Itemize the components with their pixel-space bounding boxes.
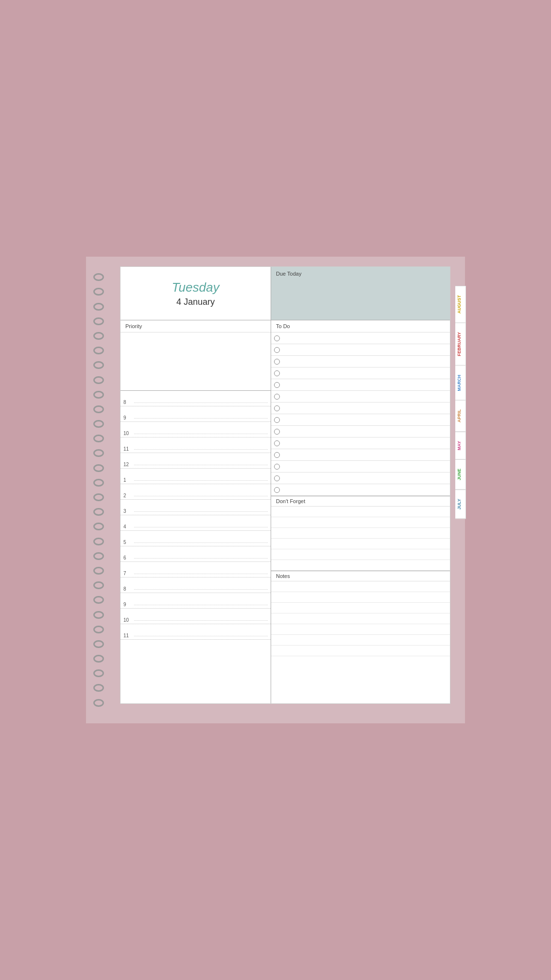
- day-date: 4 January: [176, 297, 215, 307]
- time-slot-11am[interactable]: 11: [121, 438, 271, 453]
- todo-checkbox-14[interactable]: [274, 487, 280, 493]
- tab-august[interactable]: AUGUST: [455, 286, 466, 323]
- todo-item-13[interactable]: [271, 472, 450, 484]
- dont-forget-line-4[interactable]: [271, 539, 450, 549]
- content-row: Priority 8 9 10 11: [121, 320, 450, 703]
- priority-area[interactable]: [121, 332, 271, 391]
- todo-checkbox-4[interactable]: [274, 370, 280, 376]
- time-label-11pm: 11: [123, 633, 132, 638]
- tab-june[interactable]: JUNE: [455, 459, 466, 490]
- time-slot-4pm[interactable]: 4: [121, 515, 271, 531]
- todo-checkbox-13[interactable]: [274, 475, 280, 481]
- todo-item-1[interactable]: [271, 332, 450, 344]
- time-slot-6pm[interactable]: 6: [121, 546, 271, 562]
- dont-forget-line-1[interactable]: [271, 507, 450, 517]
- notes-line-1[interactable]: [271, 581, 450, 592]
- planner-page: Tuesday 4 January Due Today Priority 8: [120, 266, 450, 704]
- time-slot-9pm[interactable]: 9: [121, 593, 271, 609]
- tab-april[interactable]: APRIL: [455, 400, 466, 432]
- todo-checkbox-6[interactable]: [274, 394, 280, 400]
- time-slot-10pm[interactable]: 10: [121, 609, 271, 624]
- page-background: AUGUST FEBRUARY MARCH APRIL MAY JUNE JUL…: [86, 257, 465, 723]
- time-slot-12pm[interactable]: 12: [121, 453, 271, 469]
- month-tabs: AUGUST FEBRUARY MARCH APRIL MAY JUNE JUL…: [455, 286, 466, 519]
- notes-line-4[interactable]: [271, 613, 450, 624]
- todo-item-2[interactable]: [271, 344, 450, 356]
- todo-checkbox-5[interactable]: [274, 382, 280, 388]
- time-label-9pm: 9: [123, 602, 132, 607]
- schedule-column: Priority 8 9 10 11: [121, 320, 271, 703]
- todo-item-9[interactable]: [271, 426, 450, 438]
- todo-checkbox-3[interactable]: [274, 359, 280, 365]
- todo-checkbox-9[interactable]: [274, 429, 280, 435]
- time-label-7pm: 7: [123, 571, 132, 576]
- notes-line-7[interactable]: [271, 646, 450, 656]
- tab-march[interactable]: MARCH: [455, 366, 466, 401]
- time-slot-11pm[interactable]: 11: [121, 624, 271, 640]
- todo-item-8[interactable]: [271, 414, 450, 426]
- time-slot-9am[interactable]: 9: [121, 406, 271, 422]
- todo-item-6[interactable]: [271, 391, 450, 402]
- date-header: Tuesday 4 January: [121, 267, 271, 320]
- due-today-label: Due Today: [276, 271, 445, 277]
- dont-forget-section: Don't Forget: [271, 496, 450, 571]
- time-label-10am: 10: [123, 431, 132, 436]
- time-slot-8am[interactable]: 8: [121, 391, 271, 406]
- dont-forget-line-2[interactable]: [271, 517, 450, 528]
- notes-line-2[interactable]: [271, 592, 450, 603]
- time-slot-3pm[interactable]: 3: [121, 500, 271, 515]
- notes-line-5[interactable]: [271, 624, 450, 635]
- priority-label: Priority: [121, 320, 271, 332]
- todo-item-10[interactable]: [271, 438, 450, 449]
- todo-column: To Do: [271, 320, 450, 703]
- time-slot-10am[interactable]: 10: [121, 422, 271, 438]
- dont-forget-line-6[interactable]: [271, 560, 450, 571]
- time-label-10pm: 10: [123, 618, 132, 623]
- time-slots: 8 9 10 11 12: [121, 391, 271, 703]
- spiral-binding: [90, 271, 107, 709]
- time-slot-2pm[interactable]: 2: [121, 484, 271, 500]
- time-label-4pm: 4: [123, 525, 132, 529]
- dont-forget-line-5[interactable]: [271, 549, 450, 560]
- todo-checkbox-2[interactable]: [274, 347, 280, 353]
- todo-item-4[interactable]: [271, 368, 450, 379]
- todo-item-11[interactable]: [271, 449, 450, 461]
- todo-item-14[interactable]: [271, 484, 450, 496]
- time-label-9am: 9: [123, 416, 132, 420]
- todo-item-12[interactable]: [271, 461, 450, 472]
- todo-checkbox-1[interactable]: [274, 335, 280, 341]
- day-name: Tuesday: [172, 280, 220, 295]
- time-label-12pm: 12: [123, 462, 132, 467]
- time-label-2pm: 2: [123, 493, 132, 498]
- due-today-section: Due Today: [271, 267, 450, 320]
- todo-checkbox-8[interactable]: [274, 417, 280, 423]
- dont-forget-label: Don't Forget: [271, 496, 450, 507]
- dont-forget-line-3[interactable]: [271, 528, 450, 539]
- time-slot-7pm[interactable]: 7: [121, 562, 271, 578]
- todo-item-5[interactable]: [271, 379, 450, 391]
- dont-forget-lines: [271, 507, 450, 571]
- header-row: Tuesday 4 January Due Today: [121, 267, 450, 320]
- time-label-6pm: 6: [123, 556, 132, 560]
- todo-checkbox-10[interactable]: [274, 440, 280, 446]
- tab-july[interactable]: JULY: [455, 490, 466, 519]
- todo-checkbox-7[interactable]: [274, 405, 280, 411]
- todo-checkbox-12[interactable]: [274, 464, 280, 470]
- tab-february[interactable]: FEBRUARY: [455, 323, 466, 366]
- todo-label: To Do: [271, 320, 450, 332]
- notes-line-6[interactable]: [271, 635, 450, 646]
- time-slot-8pm[interactable]: 8: [121, 578, 271, 593]
- todo-item-3[interactable]: [271, 356, 450, 368]
- notes-lines: [271, 581, 450, 703]
- tab-may[interactable]: MAY: [455, 432, 466, 459]
- notes-section: Notes: [271, 571, 450, 703]
- time-label-3pm: 3: [123, 509, 132, 514]
- todo-item-7[interactable]: [271, 402, 450, 414]
- time-label-8pm: 8: [123, 587, 132, 592]
- time-slot-5pm[interactable]: 5: [121, 531, 271, 546]
- notes-line-3[interactable]: [271, 603, 450, 613]
- todo-checkbox-11[interactable]: [274, 452, 280, 458]
- notes-label: Notes: [271, 571, 450, 581]
- time-label-5pm: 5: [123, 540, 132, 545]
- time-slot-1pm[interactable]: 1: [121, 469, 271, 484]
